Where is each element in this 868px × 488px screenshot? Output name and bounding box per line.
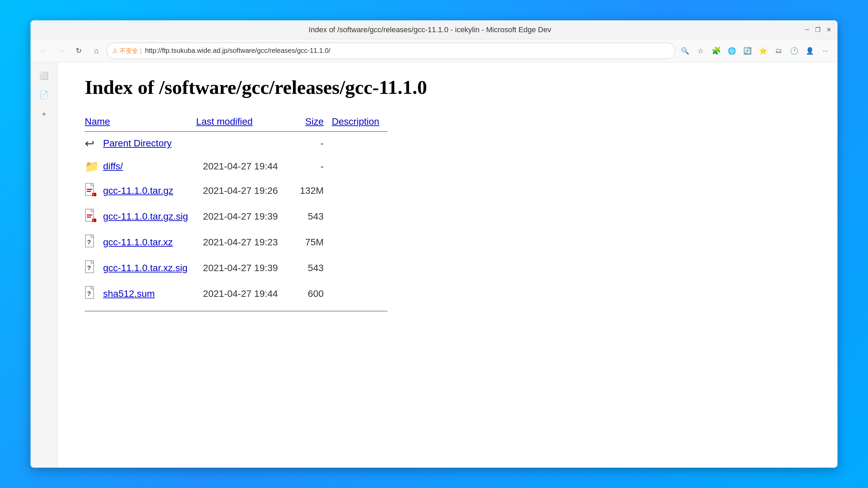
close-button[interactable]: ✕ <box>825 26 832 33</box>
file-name-cell[interactable]: Parent Directory <box>103 132 196 155</box>
file-icon-cell: ? <box>85 229 103 255</box>
file-list-body: ↩Parent Directory-📁diffs/2021-04-27 19:4… <box>85 132 388 307</box>
nav-bar: ← → ↻ ⌂ ⚠ 不安全 | 🔍 ☆ 🧩 🌐 🔄 ⭐ 🗂 🕐 👤 ··· <box>31 39 837 62</box>
profile-btn[interactable]: 👤 <box>803 44 816 58</box>
file-icon-cell: ? <box>85 255 103 281</box>
history-btn[interactable]: 🕐 <box>787 44 801 58</box>
file-listing-table: Name Last modified Size Description <box>85 112 388 311</box>
svg-text:?: ? <box>87 239 91 246</box>
favorites-icon-btn[interactable]: ☆ <box>694 44 707 58</box>
file-link[interactable]: gcc-11.1.0.tar.xz <box>103 237 173 247</box>
search-icon-btn[interactable]: 🔍 <box>678 44 692 58</box>
url-input[interactable] <box>145 47 670 55</box>
file-name-cell[interactable]: diffs/ <box>103 155 196 178</box>
file-modified-cell <box>196 132 291 155</box>
svg-rect-2 <box>87 189 92 190</box>
svg-text:!: ! <box>93 193 94 196</box>
refresh-page-btn[interactable]: 🔄 <box>741 44 754 58</box>
file-size-cell: 543 <box>291 255 332 281</box>
file-name-cell[interactable]: gcc-11.1.0.tar.xz <box>103 229 196 255</box>
file-link[interactable]: gcc-11.1.0.tar.xz.sig <box>103 263 188 273</box>
browser-window: Index of /software/gcc/releases/gcc-11.1… <box>31 20 837 468</box>
file-name-cell[interactable]: gcc-11.1.0.tar.gz.sig <box>103 204 196 229</box>
file-modified-cell: 2021-04-27 19:39 <box>196 255 291 281</box>
svg-rect-3 <box>87 191 91 192</box>
table-row: ! gcc-11.1.0.tar.gz2021-04-27 19:26132M <box>85 178 388 204</box>
table-row: ? sha512.sum2021-04-27 19:44600 <box>85 281 388 307</box>
browser-body: ⬜ 📄 ＋ Index of /software/gcc/releases/gc… <box>31 62 837 468</box>
file-icon-cell: ! <box>85 204 103 229</box>
table-row: ? gcc-11.1.0.tar.xz2021-04-27 19:2375M <box>85 229 388 255</box>
file-red-icon: ! <box>85 212 97 224</box>
table-row: 📁diffs/2021-04-27 19:44- <box>85 155 388 178</box>
file-description-cell <box>332 132 388 155</box>
svg-rect-9 <box>87 217 91 218</box>
extensions-icon-btn[interactable]: 🧩 <box>709 44 723 58</box>
file-unknown-icon: ? <box>85 238 97 250</box>
browser-title: Index of /software/gcc/releases/gcc-11.1… <box>56 25 804 34</box>
file-size-cell: 75M <box>291 229 332 255</box>
file-size-cell: 600 <box>291 281 332 307</box>
file-modified-cell: 2021-04-27 19:23 <box>196 229 291 255</box>
sidebar-plus-icon[interactable]: ＋ <box>36 106 52 122</box>
warning-icon: ⚠ <box>112 47 118 55</box>
parent-icon: ↩ <box>85 137 94 150</box>
file-description-cell <box>332 255 388 281</box>
file-modified-cell: 2021-04-27 19:44 <box>196 155 291 178</box>
collections-btn[interactable]: 🗂 <box>772 44 785 58</box>
separator: | <box>140 47 142 54</box>
table-row: ! gcc-11.1.0.tar.gz.sig2021-04-27 19:395… <box>85 204 388 229</box>
file-size-cell: - <box>291 155 332 178</box>
back-button[interactable]: ← <box>36 43 51 58</box>
address-bar[interactable]: ⚠ 不安全 | <box>106 43 675 59</box>
window-controls: ─ ❐ ✕ <box>804 26 832 33</box>
file-link[interactable]: Parent Directory <box>103 138 172 148</box>
col-header-modified[interactable]: Last modified <box>196 112 291 131</box>
minimize-button[interactable]: ─ <box>804 26 810 33</box>
sidebar: ⬜ 📄 ＋ <box>31 62 58 468</box>
page-title: Index of /software/gcc/releases/gcc-11.1… <box>85 76 810 99</box>
file-description-cell <box>332 229 388 255</box>
file-icon-cell: 📁 <box>85 155 103 178</box>
file-icon-cell: ! <box>85 178 103 204</box>
home-button[interactable]: ⌂ <box>89 43 104 58</box>
file-description-cell <box>332 204 388 229</box>
table-header-row: Name Last modified Size Description <box>85 112 388 131</box>
file-link[interactable]: gcc-11.1.0.tar.gz.sig <box>103 211 188 222</box>
folder-icon: 📁 <box>85 160 99 173</box>
file-modified-cell: 2021-04-27 19:44 <box>196 281 291 307</box>
footer-divider-row <box>85 307 388 311</box>
col-header-name[interactable]: Name <box>85 112 196 131</box>
more-btn[interactable]: ··· <box>818 44 832 58</box>
security-warning: ⚠ 不安全 | <box>112 47 142 55</box>
sidebar-tab-icon[interactable]: ⬜ <box>36 68 52 84</box>
edge-icon-btn[interactable]: 🌐 <box>725 44 738 58</box>
file-icon-cell: ↩ <box>85 132 103 155</box>
file-name-cell[interactable]: gcc-11.1.0.tar.gz <box>103 178 196 204</box>
file-link[interactable]: diffs/ <box>103 161 123 171</box>
col-header-description[interactable]: Description <box>332 112 388 131</box>
file-link[interactable]: sha512.sum <box>103 288 155 299</box>
file-modified-cell: 2021-04-27 19:39 <box>196 204 291 229</box>
security-label: 不安全 <box>120 47 138 55</box>
svg-text:?: ? <box>87 290 91 297</box>
file-link[interactable]: gcc-11.1.0.tar.gz <box>103 185 173 196</box>
file-name-cell[interactable]: sha512.sum <box>103 281 196 307</box>
title-bar: Index of /software/gcc/releases/gcc-11.1… <box>31 20 837 39</box>
col-header-size[interactable]: Size <box>291 112 332 131</box>
file-unknown-icon: ? <box>85 289 97 302</box>
star-btn[interactable]: ⭐ <box>756 44 770 58</box>
file-size-cell: 132M <box>291 178 332 204</box>
svg-rect-8 <box>87 215 92 216</box>
restore-button[interactable]: ❐ <box>814 26 821 33</box>
file-description-cell <box>332 178 388 204</box>
file-name-cell[interactable]: gcc-11.1.0.tar.xz.sig <box>103 255 196 281</box>
refresh-button[interactable]: ↻ <box>71 43 86 58</box>
file-size-cell: - <box>291 132 332 155</box>
toolbar-icons: 🔍 ☆ 🧩 🌐 🔄 ⭐ 🗂 🕐 👤 ··· <box>678 44 832 58</box>
svg-text:!: ! <box>93 219 94 222</box>
file-description-cell <box>332 155 388 178</box>
file-unknown-icon: ? <box>85 264 97 276</box>
sidebar-doc-icon[interactable]: 📄 <box>36 87 52 103</box>
forward-button[interactable]: → <box>54 43 68 58</box>
